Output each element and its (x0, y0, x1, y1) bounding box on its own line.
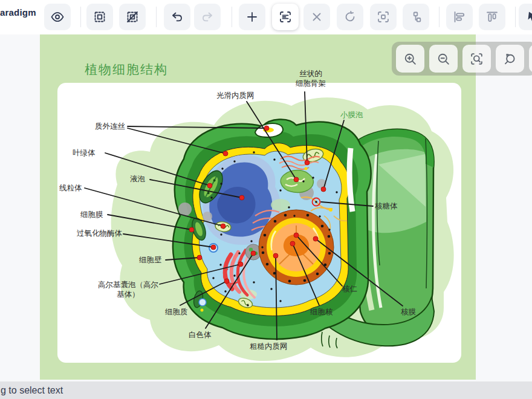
close-icon (310, 10, 324, 24)
nucleus-shape (259, 210, 334, 285)
top-toolbar: aradigm (0, 0, 532, 34)
diagram-label-plasmodesmata: 质外连丝 (88, 122, 125, 131)
diagram-label-nuclear-membrane: 核膜 (401, 307, 425, 317)
align-left-button[interactable] (446, 4, 473, 30)
capture-region-icon (376, 10, 391, 24)
toolbar-divider (439, 7, 440, 27)
select-area-icon (92, 10, 107, 24)
diagram-label-small-vesicle: 小膜泡 (340, 110, 377, 120)
status-bar: g to select text (0, 381, 532, 399)
diagram-label-ribosome: 核糖体 (375, 201, 405, 211)
refresh-button[interactable] (337, 4, 363, 30)
diagram-label-cell-wall: 细胞壁 (139, 255, 169, 265)
diagram-label-nucleolus: 核仁 (342, 284, 366, 294)
diagram-label-peroxisome: 过氧化物酶体 (77, 229, 131, 238)
diagram-label-vacuole: 液泡 (130, 174, 154, 184)
add-icon (245, 10, 259, 24)
toolbar-divider (515, 7, 516, 27)
pointer-button[interactable] (519, 4, 532, 30)
diagram-label-mitochondria: 线粒体 (59, 183, 89, 193)
diagram-label-cell-membrane: 细胞膜 (80, 210, 111, 219)
clipped-button-button[interactable] (529, 45, 532, 73)
eye-icon (50, 10, 65, 24)
zoom-controls-bar (392, 42, 532, 76)
page-title: 植物细胞结构 (85, 61, 168, 78)
diagram-canvas[interactable]: 光滑内质网丝状的 细胞骨架小膜泡质外连丝叶绿体液泡线粒体细胞膜过氧化物酶体细胞壁… (40, 34, 476, 380)
zoom-in-icon (403, 51, 418, 66)
diagram-label-leucoplast: 白色体 (189, 330, 219, 340)
diagram-label-chloroplast: 叶绿体 (73, 148, 103, 158)
plant-cell-illustration (40, 34, 476, 380)
view-button[interactable] (44, 4, 71, 30)
diagram-label-cytoskeleton: 丝状的 细胞骨架 (287, 69, 335, 89)
peroxisome-shape (209, 244, 218, 252)
diagram-label-cytoplasm: 细胞质 (165, 307, 195, 317)
zoom-out-icon (436, 51, 451, 66)
reset-zoom-icon (502, 51, 517, 66)
capture-region-button[interactable] (370, 4, 397, 30)
cursor-icon (525, 10, 532, 24)
scan-text-button[interactable] (272, 4, 299, 30)
redo-button[interactable] (194, 4, 221, 30)
scan-text-icon (278, 10, 293, 24)
select-area-button[interactable] (86, 4, 113, 30)
smooth-er-shape (281, 170, 313, 193)
diagram-label-nucleus: 细胞核 (310, 307, 340, 317)
shapes-icon (409, 10, 423, 24)
reset-zoom-button[interactable] (496, 45, 524, 73)
refresh-icon (343, 10, 357, 24)
undo-button[interactable] (164, 4, 190, 30)
focus-region-button[interactable] (462, 45, 491, 73)
undo-icon (170, 10, 184, 24)
redo-icon (200, 10, 215, 24)
status-text: g to select text (0, 385, 63, 396)
align-left-icon (452, 10, 467, 24)
wall-gap-sliver (349, 148, 352, 212)
diagram-label-golgi: 高尔基囊泡（高尔 基体） (93, 280, 163, 300)
deselect-area-button[interactable] (119, 4, 146, 30)
deselect-area-icon (125, 10, 140, 24)
diagram-label-rough-er: 粗糙内质网 (250, 342, 298, 351)
delete-button[interactable] (303, 4, 330, 30)
focus-region-icon (469, 51, 484, 66)
app-logo: aradigm (0, 7, 36, 18)
align-top-button[interactable] (479, 4, 505, 30)
zoom-out-button[interactable] (429, 45, 458, 73)
toolbar-divider (232, 7, 232, 27)
zoom-in-button[interactable] (396, 45, 424, 73)
diagram-label-smooth-er: 光滑内质网 (216, 91, 265, 100)
align-top-icon (485, 10, 499, 24)
shapes-button[interactable] (403, 4, 429, 30)
add-element-button[interactable] (239, 4, 265, 30)
toolbar-divider (156, 7, 157, 27)
toolbar-divider (80, 7, 81, 27)
